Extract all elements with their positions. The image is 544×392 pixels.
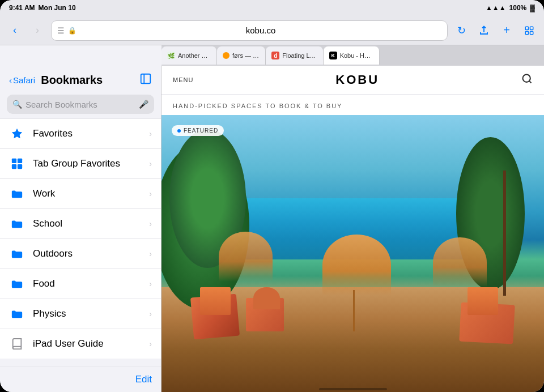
search-icon: 🔍 bbox=[12, 100, 22, 109]
outdoors-label: Outdoors bbox=[33, 248, 141, 259]
food-label: Food bbox=[33, 278, 141, 289]
svg-point-11 bbox=[522, 74, 530, 82]
school-chevron: › bbox=[149, 219, 152, 228]
web-menu-button[interactable]: MENU bbox=[173, 76, 193, 83]
status-bar-right: ▲▲▲ 100% ▓ bbox=[486, 4, 535, 12]
tab-group-icon bbox=[9, 156, 25, 172]
tab-overview-button[interactable] bbox=[520, 23, 538, 38]
search-placeholder: Search Bookmarks bbox=[26, 100, 135, 109]
sidebar-title: Bookmarks bbox=[41, 74, 134, 87]
web-hero: HAND-PICKED SPACES TO BOOK & TO BUY bbox=[162, 95, 544, 392]
svg-line-12 bbox=[529, 80, 532, 83]
tab-item-2[interactable]: d Floating Living Room Se... bbox=[266, 46, 323, 65]
tab-label-3: Kobu - Hotels & Propert... bbox=[340, 52, 373, 59]
tab-label-0: Another Escape | Inspir... bbox=[178, 52, 211, 59]
favorites-chevron: › bbox=[149, 129, 152, 138]
outdoors-chevron: › bbox=[149, 249, 152, 258]
tab-item-3[interactable]: K Kobu - Hotels & Propert... bbox=[324, 46, 380, 65]
physics-chevron: › bbox=[149, 309, 152, 318]
sidebar-header: ‹ Safari Bookmarks bbox=[0, 66, 161, 92]
site-settings-icon: ☰ bbox=[57, 26, 65, 35]
work-chevron: › bbox=[149, 189, 152, 198]
svg-rect-10 bbox=[18, 164, 22, 169]
bookmark-item-tab-group-favorites[interactable]: Tab Group Favorites › bbox=[0, 149, 161, 179]
ipad-guide-label: iPad User Guide bbox=[33, 338, 141, 350]
browser-toolbar: ‹ › ☰ 🔒 kobu.co ↻ + bbox=[0, 16, 544, 45]
reload-button[interactable]: ↻ bbox=[452, 22, 470, 39]
tab-favicon-2: d bbox=[271, 52, 279, 59]
tab-label-1: førs — poetic objects bbox=[232, 52, 260, 59]
bookmark-item-food[interactable]: Food › bbox=[0, 269, 161, 299]
tab-item-1[interactable]: førs — poetic objects bbox=[217, 46, 266, 65]
tab-label-2: Floating Living Room Se... bbox=[282, 52, 317, 59]
bookmark-item-school[interactable]: School › bbox=[0, 209, 161, 239]
bookmark-item-favorites[interactable]: Favorites › bbox=[0, 118, 161, 149]
web-content: MENU KOBU HAND-PICKED SPACES TO BOOK & T… bbox=[162, 66, 544, 392]
favorites-icon bbox=[9, 126, 25, 142]
tab-item-0[interactable]: 🌿 Another Escape | Inspir... bbox=[162, 46, 217, 65]
tab-favicon-0: 🌿 bbox=[167, 52, 175, 59]
favorites-label: Favorites bbox=[33, 128, 141, 139]
svg-rect-4 bbox=[141, 74, 151, 84]
physics-folder-icon bbox=[9, 306, 25, 322]
status-time: 9:41 AM bbox=[9, 4, 35, 12]
safari-back-button[interactable]: ‹ Safari bbox=[9, 75, 35, 85]
address-text: kobu.co bbox=[80, 25, 441, 35]
wifi-icon: ▲▲▲ bbox=[486, 4, 506, 12]
svg-rect-1 bbox=[530, 27, 533, 29]
bookmark-list: Favorites › Tab Group Favorites › bbox=[0, 118, 161, 367]
battery-icon: ▓ bbox=[530, 4, 535, 12]
bookmark-item-ipad-guide[interactable]: iPad User Guide › bbox=[0, 329, 161, 359]
ipad-frame: 9:41 AM Mon Jun 10 ▲▲▲ 100% ▓ ‹ › ☰ 🔒 ko… bbox=[0, 0, 544, 392]
add-tab-button[interactable]: + bbox=[498, 22, 516, 39]
outdoors-folder-icon bbox=[9, 246, 25, 262]
work-folder-icon bbox=[9, 186, 25, 202]
bookmark-item-physics[interactable]: Physics › bbox=[0, 299, 161, 329]
battery-label: 100% bbox=[509, 4, 527, 12]
tab-favicon-3: K bbox=[329, 52, 337, 59]
svg-rect-7 bbox=[12, 159, 16, 163]
web-search-button[interactable] bbox=[521, 73, 533, 87]
physics-label: Physics bbox=[33, 308, 141, 319]
featured-badge: FEATURED bbox=[172, 125, 224, 136]
sidebar: ‹ Safari Bookmarks 🔍 Search Bookmarks 🎤 bbox=[0, 66, 162, 392]
sidebar-footer: Edit bbox=[0, 367, 161, 392]
svg-rect-0 bbox=[525, 27, 528, 29]
svg-rect-9 bbox=[12, 164, 16, 169]
web-hero-label: HAND-PICKED SPACES TO BOOK & TO BUY bbox=[162, 95, 544, 115]
svg-marker-6 bbox=[12, 129, 22, 138]
web-site-header: MENU KOBU bbox=[162, 66, 544, 95]
svg-rect-2 bbox=[525, 31, 528, 34]
tab-favicon-1 bbox=[223, 52, 230, 59]
bookmark-item-outdoors[interactable]: Outdoors › bbox=[0, 239, 161, 269]
svg-rect-8 bbox=[18, 159, 22, 163]
scroll-indicator bbox=[319, 388, 387, 390]
safari-back-label: Safari bbox=[13, 75, 35, 85]
tabs-bar: 🌿 Another Escape | Inspir... førs — poet… bbox=[162, 45, 544, 66]
tab-group-label: Tab Group Favorites bbox=[33, 158, 141, 169]
mic-icon[interactable]: 🎤 bbox=[139, 100, 148, 109]
address-bar[interactable]: ☰ 🔒 kobu.co bbox=[51, 20, 448, 41]
school-folder-icon bbox=[9, 216, 25, 232]
search-bar[interactable]: 🔍 Search Bookmarks 🎤 bbox=[7, 95, 154, 114]
tab-group-chevron: › bbox=[149, 159, 152, 168]
main-content: ‹ Safari Bookmarks 🔍 Search Bookmarks 🎤 bbox=[0, 66, 544, 392]
school-label: School bbox=[33, 218, 141, 229]
back-button[interactable]: ‹ bbox=[6, 22, 24, 39]
lock-icon: 🔒 bbox=[68, 27, 76, 35]
sidebar-toggle-button[interactable] bbox=[139, 73, 152, 88]
status-date: Mon Jun 10 bbox=[39, 4, 76, 12]
work-label: Work bbox=[33, 188, 141, 199]
status-bar-left: 9:41 AM Mon Jun 10 bbox=[9, 4, 76, 12]
featured-dot bbox=[177, 129, 181, 133]
share-button[interactable] bbox=[475, 23, 493, 38]
web-logo: KOBU bbox=[335, 73, 379, 87]
edit-button[interactable]: Edit bbox=[135, 374, 152, 385]
status-bar: 9:41 AM Mon Jun 10 ▲▲▲ 100% ▓ bbox=[0, 0, 544, 16]
ipad-guide-book-icon bbox=[9, 336, 25, 352]
back-chevron-icon: ‹ bbox=[9, 75, 12, 85]
food-chevron: › bbox=[149, 279, 152, 288]
forward-button[interactable]: › bbox=[28, 22, 46, 39]
bookmark-item-work[interactable]: Work › bbox=[0, 179, 161, 209]
food-folder-icon bbox=[9, 276, 25, 292]
